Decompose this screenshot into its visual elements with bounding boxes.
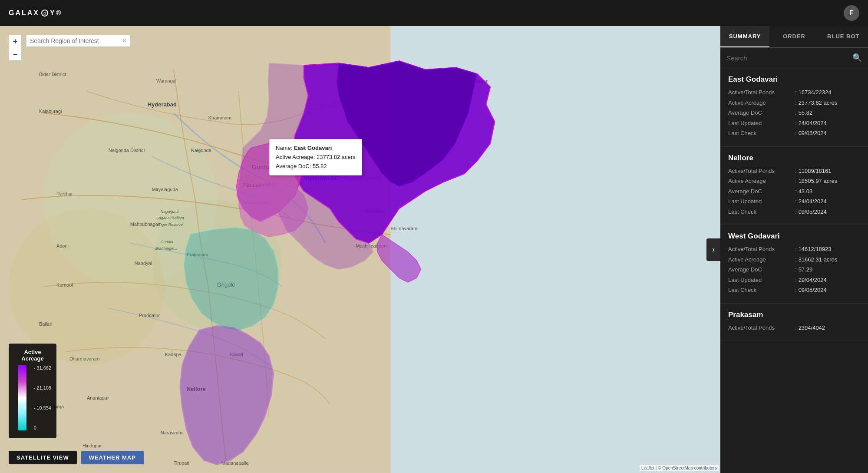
legend-labels: - 31,662 - 21,108 - 10,554 0 xyxy=(34,365,51,430)
map-attribution: Leaflet | © OpenStreetMap contributors xyxy=(640,465,719,471)
svg-text:Bhimavaram: Bhimavaram xyxy=(390,226,417,231)
zoom-in-button[interactable]: + xyxy=(9,35,22,48)
tooltip-acreage-label: Active Acreage: xyxy=(276,154,315,160)
stat-doc-nellore: Average DoC : 43.03 xyxy=(728,187,860,196)
svg-text:Narasaraopet: Narasaraopet xyxy=(243,182,275,188)
svg-text:Dharmavaram: Dharmavaram xyxy=(69,356,100,361)
stat-acreage-east-godavari: Active Acreage : 23773.82 acres xyxy=(728,99,860,107)
logo-text: GALAX xyxy=(9,9,40,17)
logo-text-end: Y® xyxy=(50,9,62,17)
svg-text:Raichur: Raichur xyxy=(56,191,73,196)
svg-text:Hyderabad: Hyderabad xyxy=(148,101,177,108)
legend-gradient xyxy=(18,365,26,430)
svg-text:Kurnool: Kurnool xyxy=(56,282,73,288)
tab-summary[interactable]: SUMMARY xyxy=(720,26,769,47)
svg-text:Tiger Reserve: Tiger Reserve xyxy=(158,222,183,227)
right-panel: SUMMARY ORDER BLUE BOT 🔍 East Godavari A… xyxy=(720,26,868,473)
avatar[interactable]: F xyxy=(844,5,859,21)
tooltip-name-label: Name: xyxy=(276,145,292,151)
region-card-nellore[interactable]: Nellore Active/Total Ponds : 11089/18161… xyxy=(720,147,868,225)
stat-ponds-nellore: Active/Total Ponds : 11089/18161 xyxy=(728,167,860,175)
tooltip-acreage-value: 23773.82 acers xyxy=(317,154,356,160)
svg-text:Kalaburagi: Kalaburagi xyxy=(39,109,62,114)
svg-text:Proddatur: Proddatur xyxy=(139,313,160,318)
svg-text:Anantapur: Anantapur xyxy=(87,395,109,400)
stat-check-west-godavari: Last Check : 09/05/2024 xyxy=(728,286,860,294)
svg-text:Visakhapatnam: Visakhapatnam xyxy=(455,78,488,83)
svg-text:Makalruopet: Makalruopet xyxy=(243,200,269,205)
svg-text:Kavali: Kavali xyxy=(230,352,243,357)
svg-text:Prakasam: Prakasam xyxy=(187,252,208,257)
zoom-out-button[interactable]: − xyxy=(9,48,22,61)
stat-ponds-east-godavari: Active/Total Ponds : 16734/22324 xyxy=(728,88,860,97)
svg-text:Ongole: Ongole xyxy=(217,281,235,288)
zoom-controls: + − xyxy=(9,35,22,61)
stat-updated-west-godavari: Last Updated : 29/04/2024 xyxy=(728,276,860,284)
stat-ponds-west-godavari: Active/Total Ponds : 14612/18923 xyxy=(728,245,860,254)
map-background: Bidar District Kalaburagi Hyderabad Nalg… xyxy=(0,26,720,473)
satellite-view-button[interactable]: SATELLITE VIEW xyxy=(9,451,77,464)
logo: GALAX @ Y® xyxy=(9,9,62,17)
panel-tabs: SUMMARY ORDER BLUE BOT xyxy=(720,26,868,48)
svg-text:Gudivada: Gudivada xyxy=(364,208,385,214)
svg-text:Narasimha: Narasimha xyxy=(161,430,184,435)
main-content: Bidar District Kalaburagi Hyderabad Nalg… xyxy=(0,26,868,473)
tooltip-name-value: East Godavari xyxy=(294,145,332,151)
svg-text:Vijayawada: Vijayawada xyxy=(304,175,337,182)
svg-rect-1 xyxy=(0,26,390,473)
logo-circle-icon: @ xyxy=(41,10,48,17)
svg-point-2 xyxy=(43,113,217,287)
svg-text:Nalgonda: Nalgonda xyxy=(191,148,212,153)
stat-check-nellore: Last Check : 09/05/2024 xyxy=(728,208,860,216)
tab-bluebot[interactable]: BLUE BOT xyxy=(819,26,868,47)
stat-updated-east-godavari: Last Updated : 24/04/2024 xyxy=(728,119,860,128)
svg-text:Nagarjuna: Nagarjuna xyxy=(161,209,178,214)
svg-text:Nandyal: Nandyal xyxy=(135,261,152,266)
tab-order[interactable]: ORDER xyxy=(769,26,818,47)
svg-rect-0 xyxy=(0,26,720,473)
svg-text:Nellore: Nellore xyxy=(187,386,206,392)
svg-text:Bidar District: Bidar District xyxy=(39,72,66,77)
region-card-prakasam[interactable]: Prakasam Active/Total Ponds : 2394/4042 xyxy=(720,304,868,341)
chevron-right-icon: › xyxy=(712,245,715,254)
legend-low: - 10,554 xyxy=(34,405,51,410)
region-list[interactable]: East Godavari Active/Total Ponds : 16734… xyxy=(720,68,868,473)
map-tooltip: Name: East Godavari Active Acreage: 2377… xyxy=(269,139,362,175)
legend-max: - 31,662 xyxy=(34,365,51,370)
svg-text:Miryalaguda: Miryalaguda xyxy=(152,187,178,192)
svg-text:Machilipatnam: Machilipatnam xyxy=(356,243,387,248)
svg-point-3 xyxy=(152,200,282,330)
svg-text:Brahmagiri...: Brahmagiri... xyxy=(155,246,178,251)
panel-search-input[interactable] xyxy=(726,54,852,62)
stat-acreage-nellore: Active Acreage : 18505.97 acres xyxy=(728,177,860,185)
legend-min: 0 xyxy=(34,425,51,430)
svg-text:Mahbubnagar: Mahbubnagar xyxy=(130,222,160,227)
sidebar-toggle-button[interactable]: › xyxy=(706,238,720,261)
region-card-west-godavari[interactable]: West Godavari Active/Total Ponds : 14612… xyxy=(720,225,868,304)
region-name-prakasam: Prakasam xyxy=(728,311,860,319)
search-icon[interactable]: 🔍 xyxy=(852,53,862,63)
clear-search-button[interactable]: × xyxy=(122,37,126,45)
legend-mid: - 21,108 xyxy=(34,385,51,390)
weather-map-button[interactable]: WEATHER MAP xyxy=(81,451,144,464)
panel-search: 🔍 xyxy=(720,48,868,68)
svg-text:Khammam: Khammam xyxy=(208,115,231,120)
legend: ActiveAcreage - 31,662 - 21,108 - 10,554… xyxy=(9,344,56,438)
svg-point-4 xyxy=(9,208,165,365)
map-svg: Bidar District Kalaburagi Hyderabad Nalg… xyxy=(0,26,720,473)
stat-doc-east-godavari: Average DoC : 55.82 xyxy=(728,109,860,117)
svg-text:Warangal: Warangal xyxy=(156,78,177,83)
search-roi-input[interactable] xyxy=(30,37,121,44)
tooltip-doc-label: Average DoC: xyxy=(276,163,311,169)
svg-text:Nalgonda District: Nalgonda District xyxy=(109,148,145,153)
stat-doc-west-godavari: Average DoC : 57.29 xyxy=(728,265,860,274)
svg-text:Ballari: Ballari xyxy=(39,321,53,327)
map-container: Bidar District Kalaburagi Hyderabad Nalg… xyxy=(0,26,720,473)
legend-title: ActiveAcreage xyxy=(14,349,51,362)
svg-text:Gundia: Gundia xyxy=(161,240,173,244)
svg-text:Madanapalle: Madanapalle xyxy=(221,460,249,466)
stat-updated-nellore: Last Updated : 24/04/2024 xyxy=(728,197,860,206)
stat-acreage-west-godavari: Active Acreage : 31662.31 acres xyxy=(728,255,860,264)
svg-text:Tirupati: Tirupati xyxy=(174,460,189,466)
region-card-east-godavari[interactable]: East Godavari Active/Total Ponds : 16734… xyxy=(720,68,868,147)
